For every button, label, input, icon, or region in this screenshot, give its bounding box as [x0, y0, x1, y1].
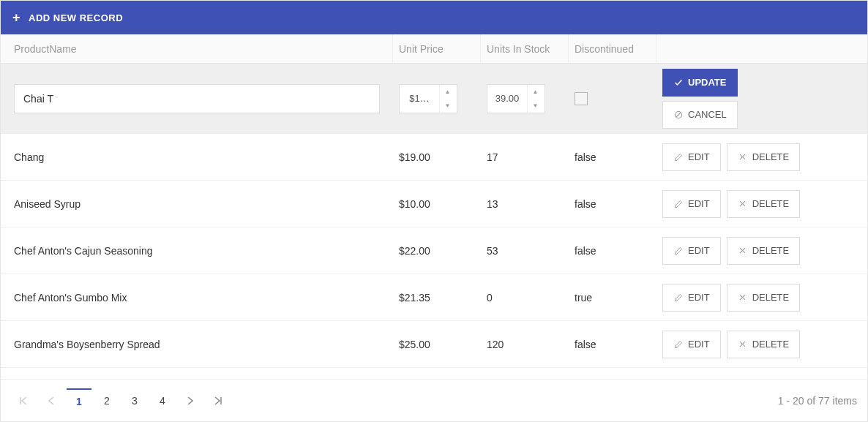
table-row: Aniseed Syrup$10.0013falseEDITDELETE: [1, 181, 867, 227]
productname-input[interactable]: [14, 84, 380, 113]
toolbar: + ADD NEW RECORD: [1, 1, 867, 34]
header-productname[interactable]: ProductName: [1, 34, 393, 63]
add-new-record-button[interactable]: + ADD NEW RECORD: [12, 10, 123, 26]
header-unitsinstock[interactable]: Units In Stock: [481, 34, 569, 63]
cell-discontinued: false: [569, 339, 656, 350]
cell-discontinued: false: [569, 245, 656, 257]
svg-line-1: [676, 113, 681, 117]
header-unitprice[interactable]: Unit Price: [393, 34, 481, 63]
cell-unitsinstock: 120: [481, 339, 569, 350]
close-icon: [738, 199, 748, 209]
unitprice-stepper[interactable]: ▲ ▼: [399, 84, 457, 113]
pencil-icon: [673, 246, 684, 256]
edit-button[interactable]: EDIT: [662, 190, 721, 218]
add-new-record-label: ADD NEW RECORD: [29, 12, 123, 23]
cell-unitsinstock: 13: [481, 198, 569, 210]
delete-button[interactable]: DELETE: [727, 331, 801, 358]
delete-button[interactable]: DELETE: [727, 143, 801, 171]
table-row: Chef Anton's Cajun Seasoning$22.0053fals…: [1, 227, 867, 274]
pager-page-1[interactable]: 1: [67, 388, 91, 413]
edit-button[interactable]: EDIT: [662, 284, 721, 312]
unitsinstock-step-up[interactable]: ▲: [528, 85, 543, 99]
table-row: Grandma's Boysenberry Spread$25.00120fal…: [1, 321, 867, 368]
column-headers: ProductName Unit Price Units In Stock Di…: [1, 34, 867, 64]
pager-next[interactable]: [178, 388, 203, 413]
check-icon: [673, 78, 684, 88]
unitprice-input[interactable]: [400, 85, 439, 113]
close-icon: [738, 152, 748, 162]
close-icon: [738, 339, 748, 350]
cancel-button[interactable]: CANCEL: [662, 101, 738, 129]
header-commands: [656, 34, 867, 63]
unitprice-step-down[interactable]: ▼: [440, 99, 455, 113]
pager-info: 1 - 20 of 77 items: [778, 395, 857, 407]
cell-unitsinstock: 17: [481, 151, 569, 163]
close-icon: [738, 293, 748, 303]
table-row-editing: ▲ ▼ ▲ ▼: [1, 64, 867, 134]
edit-button[interactable]: EDIT: [662, 331, 721, 358]
pencil-icon: [673, 152, 684, 162]
cell-unitprice: $22.00: [393, 245, 481, 257]
cell-discontinued: false: [569, 198, 656, 210]
pager-page-2[interactable]: 2: [94, 388, 119, 413]
grid-body[interactable]: ▲ ▼ ▲ ▼: [1, 64, 867, 374]
update-button[interactable]: UPDATE: [662, 69, 738, 97]
grid-container: + ADD NEW RECORD ProductName Unit Price …: [0, 0, 868, 422]
cell-discontinued: false: [569, 151, 656, 163]
close-icon: [738, 246, 748, 256]
cell-discontinued: true: [569, 292, 656, 304]
cell-unitsinstock: 0: [481, 292, 569, 304]
delete-button[interactable]: DELETE: [727, 237, 801, 265]
discontinued-checkbox[interactable]: [575, 92, 588, 105]
pencil-icon: [673, 199, 684, 209]
plus-icon: +: [12, 10, 29, 26]
table-row: Chang$19.0017falseEDITDELETE: [1, 134, 867, 181]
cell-unitprice: $10.00: [393, 198, 481, 210]
pencil-icon: [673, 293, 684, 303]
cancel-icon: [673, 110, 684, 120]
unitsinstock-input[interactable]: [487, 85, 527, 113]
header-discontinued[interactable]: Discontinued: [569, 34, 656, 63]
unitsinstock-stepper[interactable]: ▲ ▼: [487, 84, 545, 113]
pager-last[interactable]: [206, 388, 231, 413]
cell-unitprice: $25.00: [393, 339, 481, 350]
edit-button[interactable]: EDIT: [662, 237, 721, 265]
cell-productname: Aniseed Syrup: [1, 198, 393, 210]
pager-first[interactable]: [11, 388, 36, 413]
cell-productname: Grandma's Boysenberry Spread: [1, 339, 393, 350]
cell-unitprice: $19.00: [393, 151, 481, 163]
cell-unitprice: $21.35: [393, 292, 481, 304]
unitsinstock-step-down[interactable]: ▼: [528, 99, 543, 113]
delete-button[interactable]: DELETE: [727, 190, 801, 218]
pager-prev[interactable]: [39, 388, 64, 413]
pencil-icon: [673, 339, 684, 350]
pager-page-4[interactable]: 4: [150, 388, 175, 413]
cell-unitsinstock: 53: [481, 245, 569, 257]
cell-productname: Chef Anton's Gumbo Mix: [1, 292, 393, 304]
unitprice-step-up[interactable]: ▲: [440, 85, 455, 99]
table-row: Chef Anton's Gumbo Mix$21.350trueEDITDEL…: [1, 274, 867, 321]
delete-button[interactable]: DELETE: [727, 284, 801, 312]
edit-button[interactable]: EDIT: [662, 143, 721, 171]
pager: 1234 1 - 20 of 77 items: [1, 379, 867, 421]
cell-productname: Chef Anton's Cajun Seasoning: [1, 245, 393, 257]
pager-page-3[interactable]: 3: [122, 388, 147, 413]
cell-productname: Chang: [1, 151, 393, 163]
